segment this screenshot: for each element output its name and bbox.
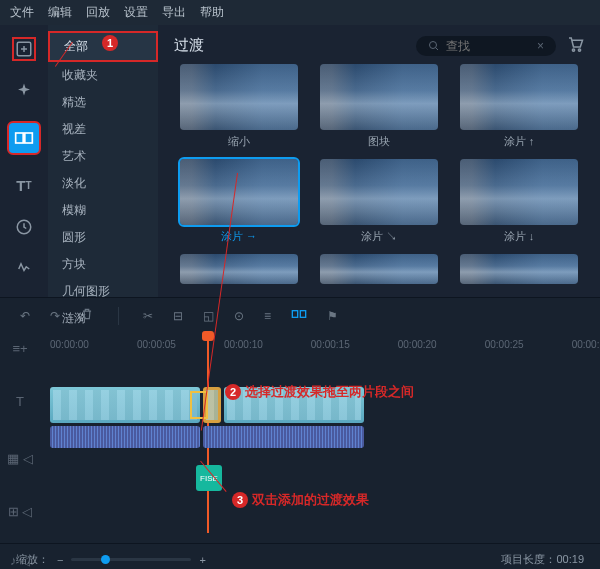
- video-track-icon[interactable]: ▦ ◁: [7, 451, 33, 466]
- transition-item[interactable]: [314, 254, 444, 284]
- search-icon: [428, 40, 440, 52]
- transitions-grid: 缩小 图块 涂片 ↑ 涂片 → 涂片 ↘ 涂片 ↓: [174, 64, 584, 284]
- text-icon[interactable]: TT: [12, 173, 36, 197]
- category-parallax[interactable]: 视差: [48, 116, 158, 143]
- menu-edit[interactable]: 编辑: [48, 4, 72, 21]
- text-track-icon[interactable]: T: [16, 394, 24, 409]
- search-input[interactable]: [446, 39, 526, 53]
- video-clip-1[interactable]: [50, 387, 200, 423]
- delete-icon[interactable]: [80, 307, 94, 324]
- zoom-control[interactable]: 缩放：− +: [16, 552, 206, 567]
- zoom-slider[interactable]: [71, 558, 191, 561]
- category-favorites[interactable]: 收藏夹: [48, 62, 158, 89]
- media-icon[interactable]: [12, 37, 36, 61]
- svg-point-6: [430, 41, 437, 48]
- clock-icon[interactable]: [12, 215, 36, 239]
- category-fade[interactable]: 淡化: [48, 170, 158, 197]
- transitions-icon[interactable]: [7, 121, 41, 155]
- category-circle[interactable]: 圆形: [48, 224, 158, 251]
- svg-line-7: [436, 47, 439, 50]
- transition-item[interactable]: 涂片 ↘: [314, 159, 444, 244]
- category-geometry[interactable]: 几何图形: [48, 278, 158, 305]
- magic-icon[interactable]: [12, 79, 36, 103]
- category-list: 全部 1 收藏夹 精选 视差 艺术 淡化 模糊 圆形 方块 几何图形 涟漪 弯曲…: [48, 25, 158, 297]
- svg-rect-10: [292, 311, 297, 318]
- svg-point-8: [572, 49, 574, 51]
- transition-track[interactable]: FISE: [50, 465, 550, 493]
- split-icon[interactable]: ⊟: [173, 309, 183, 323]
- transition-item[interactable]: [174, 254, 304, 284]
- category-all[interactable]: 全部 1: [48, 31, 158, 62]
- callout-2: 2选择过渡效果拖至两片段之间: [225, 383, 414, 401]
- timeline[interactable]: ≡+ T ▦ ◁ ⊞ ◁ ♪ ◁ 00:00:0000:00:0500:00:1…: [0, 333, 600, 543]
- menu-bar: 文件 编辑 回放 设置 导出 帮助: [0, 0, 600, 25]
- callout-1-num: 1: [102, 35, 118, 51]
- transition-item[interactable]: 涂片 ↑: [454, 64, 584, 149]
- project-duration: 项目长度：00:19: [501, 552, 584, 567]
- time-ruler[interactable]: 00:00:0000:00:0500:00:1000:00:1500:00:20…: [0, 333, 600, 356]
- audio-clip-2[interactable]: [203, 426, 364, 448]
- menu-file[interactable]: 文件: [10, 4, 34, 21]
- menu-export[interactable]: 导出: [162, 4, 186, 21]
- audio-track[interactable]: [50, 426, 550, 462]
- menu-settings[interactable]: 设置: [124, 4, 148, 21]
- panel-title: 过渡: [174, 36, 204, 55]
- sidebar-tool-rail: TT: [0, 25, 48, 297]
- svg-rect-4: [25, 133, 33, 143]
- svg-rect-11: [300, 311, 305, 318]
- search-box[interactable]: ×: [416, 36, 556, 56]
- redo-icon[interactable]: ↷: [50, 309, 60, 323]
- menu-help[interactable]: 帮助: [200, 4, 224, 21]
- speed-icon[interactable]: ⊙: [234, 309, 244, 323]
- cut-icon[interactable]: ✂: [143, 309, 153, 323]
- audio-clip-1[interactable]: [50, 426, 200, 448]
- cart-icon[interactable]: [566, 35, 584, 56]
- align-icon[interactable]: ≡: [264, 309, 271, 323]
- footer-bar: 缩放：− + 项目长度：00:19: [0, 543, 600, 569]
- callout-3: 3双击添加的过渡效果: [232, 491, 369, 509]
- flag-icon[interactable]: ⚑: [327, 309, 338, 323]
- transition-item[interactable]: 图块: [314, 64, 444, 149]
- menu-playback[interactable]: 回放: [86, 4, 110, 21]
- transition-toggle-icon[interactable]: [291, 306, 307, 325]
- svg-point-9: [578, 49, 580, 51]
- transition-item[interactable]: 缩小: [174, 64, 304, 149]
- close-icon[interactable]: ×: [537, 39, 544, 53]
- category-blur[interactable]: 模糊: [48, 197, 158, 224]
- transition-item[interactable]: 涂片 →: [174, 159, 304, 244]
- category-square[interactable]: 方块: [48, 251, 158, 278]
- transition-track-icon[interactable]: ⊞ ◁: [8, 504, 33, 519]
- transition-item[interactable]: 涂片 ↓: [454, 159, 584, 244]
- category-featured[interactable]: 精选: [48, 89, 158, 116]
- audio-track-icon[interactable]: ♪ ◁: [10, 553, 30, 568]
- undo-icon[interactable]: ↶: [20, 309, 30, 323]
- category-ripple[interactable]: 涟漪: [48, 305, 158, 332]
- transition-item[interactable]: [454, 254, 584, 284]
- adjust-icon[interactable]: [12, 257, 36, 281]
- crop-icon[interactable]: ◱: [203, 309, 214, 323]
- svg-rect-3: [16, 133, 24, 143]
- transition-clip[interactable]: FISE: [196, 465, 222, 491]
- category-art[interactable]: 艺术: [48, 143, 158, 170]
